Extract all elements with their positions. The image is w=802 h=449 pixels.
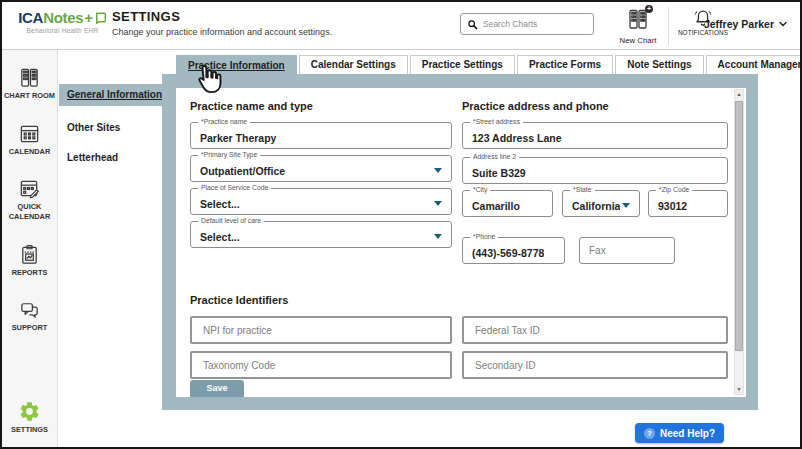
- chevron-down-icon: [778, 19, 788, 29]
- settings-gear-icon: [18, 400, 41, 423]
- notifications-label: NOTIFICATIONS: [674, 29, 732, 36]
- settings-tabs: Practice Information Calendar Settings P…: [176, 55, 802, 74]
- city-field[interactable]: *City Camarillo: [462, 190, 553, 217]
- left-sidebar: CHART ROOM CALENDAR QUICK CALENDAR: [2, 50, 58, 447]
- sidebar-label: SUPPORT: [2, 323, 57, 333]
- sidebar-item-quick-calendar[interactable]: QUICK CALENDAR: [2, 177, 57, 221]
- dropdown-caret-icon: [622, 203, 630, 208]
- tab-practice-forms[interactable]: Practice Forms: [517, 55, 613, 74]
- phone-field[interactable]: *Phone (443)-569-8778: [462, 237, 565, 264]
- sidebar-item-chart-room[interactable]: CHART ROOM: [2, 66, 57, 101]
- tab-calendar-settings[interactable]: Calendar Settings: [299, 55, 408, 74]
- page-subtitle: Change your practice information and acc…: [112, 27, 332, 37]
- sidebar-item-reports[interactable]: REPORTS: [2, 243, 57, 278]
- tab-note-settings[interactable]: Note Settings: [615, 55, 703, 74]
- sidebar-item-settings[interactable]: SETTINGS: [2, 400, 57, 435]
- federal-tax-id-field[interactable]: Federal Tax ID: [462, 316, 728, 344]
- page-title: SETTINGS: [112, 9, 332, 24]
- dropdown-caret-icon: [434, 201, 442, 206]
- scrollbar-thumb[interactable]: [735, 101, 743, 351]
- scrollbar-down-arrow[interactable]: ▼: [735, 385, 743, 394]
- place-of-service-code-select[interactable]: Place of Service Code Select...: [190, 188, 452, 215]
- new-chart-plus-badge: +: [645, 5, 653, 13]
- chart-room-icon: [18, 66, 41, 89]
- tab-practice-information[interactable]: Practice Information: [176, 55, 297, 74]
- section-heading-identifiers: Practice Identifiers: [190, 294, 730, 306]
- sidebar-label: REPORTS: [2, 268, 57, 278]
- scrollbar-up-arrow[interactable]: ▲: [735, 90, 743, 99]
- tab-account-management[interactable]: Account Management: [706, 55, 802, 74]
- tab-practice-settings[interactable]: Practice Settings: [410, 55, 515, 74]
- zip-code-field[interactable]: *Zip Code 93012: [648, 190, 728, 217]
- logo-tagline: Behavioral Health EHR: [15, 27, 110, 34]
- primary-site-type-select[interactable]: *Primary Site Type Outpatient/Office: [190, 155, 452, 182]
- default-level-of-care-select[interactable]: Default level of care Select...: [190, 221, 452, 248]
- practice-name-field[interactable]: *Practice name Parker Therapy: [190, 122, 452, 149]
- icanotes-logo[interactable]: ICANotes+ Behavioral Health EHR: [15, 9, 110, 34]
- top-header: ICANotes+ Behavioral Health EHR SETTINGS…: [2, 2, 800, 50]
- user-menu[interactable]: Jeffrey Parker: [704, 18, 788, 30]
- quick-calendar-icon: [18, 177, 41, 200]
- search-input[interactable]: [483, 19, 587, 29]
- save-button[interactable]: Save: [190, 380, 244, 397]
- sidebar-label: QUICK CALENDAR: [2, 202, 57, 221]
- taxonomy-code-field[interactable]: Taxonomy Code: [190, 351, 452, 379]
- sidebar-label: SETTINGS: [2, 425, 57, 435]
- app-window: ICANotes+ Behavioral Health EHR SETTINGS…: [0, 0, 802, 449]
- sidebar-label: CALENDAR: [2, 147, 57, 157]
- section-heading-address-phone: Practice address and phone: [462, 100, 728, 112]
- settings-subnav: General Information Other Sites Letterhe…: [59, 50, 164, 447]
- sidebar-item-calendar[interactable]: CALENDAR: [2, 122, 57, 157]
- new-chart-label: New Chart: [612, 36, 664, 45]
- logo-text-ica: ICA: [18, 9, 43, 26]
- support-icon: [18, 298, 41, 321]
- dropdown-caret-icon: [434, 168, 442, 173]
- sidebar-label: CHART ROOM: [2, 91, 57, 101]
- need-help-label: Need Help?: [660, 428, 715, 439]
- fax-field[interactable]: Fax: [579, 237, 675, 264]
- need-help-button[interactable]: ? Need Help?: [635, 423, 724, 443]
- search-charts-box[interactable]: [460, 13, 594, 35]
- subnav-item-general-information[interactable]: General Information: [59, 84, 164, 106]
- address-line-2-field[interactable]: Address line 2 Suite B329: [462, 157, 728, 184]
- card-scrollbar[interactable]: ▲ ▼: [734, 89, 744, 395]
- page-title-block: SETTINGS Change your practice informatio…: [112, 9, 332, 37]
- practice-identifiers-section: Practice Identifiers NPI for practice Fe…: [190, 294, 730, 386]
- subnav-item-letterhead[interactable]: Letterhead: [59, 152, 164, 163]
- header-divider: [668, 7, 669, 45]
- subnav-item-other-sites[interactable]: Other Sites: [59, 122, 164, 133]
- npi-field[interactable]: NPI for practice: [190, 316, 452, 344]
- search-icon: [467, 19, 478, 30]
- name-type-section: Practice name and type *Practice name Pa…: [190, 100, 452, 254]
- street-address-field[interactable]: *Street address 123 Address Lane: [462, 122, 728, 149]
- logo-plus: +: [84, 9, 92, 26]
- state-select[interactable]: *State California: [562, 190, 640, 217]
- general-information-card: Practice name and type *Practice name Pa…: [176, 88, 746, 397]
- new-chart-button[interactable]: + New Chart: [612, 7, 664, 45]
- notebook-icon: [94, 11, 107, 24]
- user-name: Jeffrey Parker: [704, 18, 774, 30]
- calendar-icon: [18, 122, 41, 145]
- question-mark-icon: ?: [644, 428, 655, 439]
- address-phone-section: Practice address and phone *Street addre…: [462, 100, 728, 270]
- dropdown-caret-icon: [434, 234, 442, 239]
- sidebar-item-support[interactable]: SUPPORT: [2, 298, 57, 333]
- practice-information-panel: Practice name and type *Practice name Pa…: [162, 74, 758, 410]
- secondary-id-field[interactable]: Secondary ID: [462, 351, 728, 379]
- section-heading-name-type: Practice name and type: [190, 100, 452, 112]
- reports-icon: [18, 243, 41, 266]
- logo-text-notes: Notes: [43, 9, 83, 26]
